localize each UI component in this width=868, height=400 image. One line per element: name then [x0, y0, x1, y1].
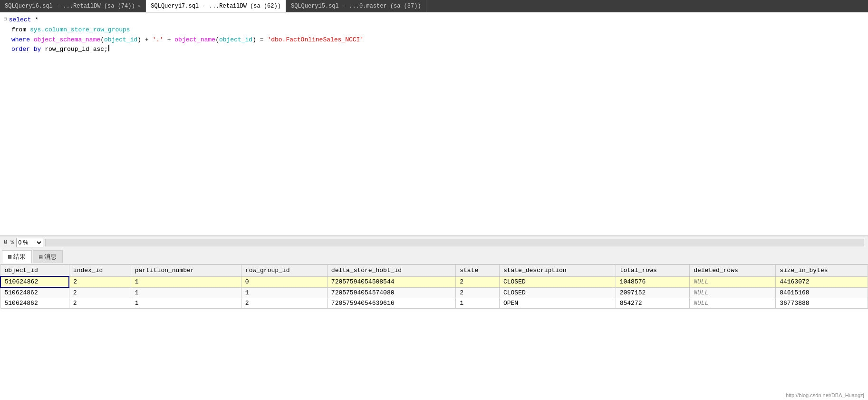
cell-object-id[interactable]: 510624862	[0, 298, 69, 309]
kw-paren1: (	[100, 35, 104, 45]
horizontal-scrollbar[interactable]	[45, 239, 864, 246]
indent-4	[4, 45, 10, 55]
table-row[interactable]: 510624862210720575940545085442CLOSED1048…	[0, 276, 868, 287]
cell-object-id[interactable]: 510624862	[0, 287, 69, 298]
zoom-select[interactable]: 0 % 25 % 50 % 75 % 100 %	[16, 238, 43, 247]
tab-query16-label: SQLQuery16.sql - ...RetailDW (sa (74))	[5, 3, 135, 10]
tab-query17-label: SQLQuery17.sql - ...RetailDW (sa (62))	[151, 3, 281, 10]
kw-objid2: object_id	[219, 35, 252, 45]
kw-table: sys.column_store_row_groups	[30, 25, 130, 35]
kw-eq: ) =	[252, 35, 267, 45]
col-header-delta-store-hobt-id: delta_store_hobt_id	[327, 265, 455, 277]
col-header-deleted-rows: deleted_rows	[690, 265, 776, 277]
cell-state-description[interactable]: CLOSED	[499, 276, 616, 287]
col-header-state: state	[456, 265, 500, 277]
tab-query16-close[interactable]: ✕	[138, 3, 141, 9]
col-header-object-id: object_id	[0, 265, 69, 277]
kw-orderby: order by	[11, 45, 45, 55]
cell-state-description[interactable]: CLOSED	[499, 287, 616, 298]
cell-index-id[interactable]: 2	[69, 298, 131, 309]
kw-string-val: 'dbo.FactOnlineSales_NCCI'	[267, 35, 364, 45]
col-header-size-in-bytes: size_in_bytes	[776, 265, 868, 277]
kw-from: from	[11, 25, 30, 35]
results-label: 结果	[13, 253, 26, 261]
cell-state[interactable]: 1	[456, 298, 500, 309]
cell-total-rows[interactable]: 1048576	[616, 276, 689, 287]
table-row[interactable]: 510624862211720575940545740802CLOSED2097…	[0, 287, 868, 298]
kw-objid1: object_id	[104, 35, 137, 45]
indent-2	[4, 25, 10, 35]
kw-dot-str: '.'	[153, 35, 164, 45]
cell-delta-store-hobt-id[interactable]: 72057594054639616	[327, 298, 455, 309]
cell-size-in-bytes[interactable]: 44163072	[776, 276, 868, 287]
cell-partition-number[interactable]: 1	[131, 287, 241, 298]
code-line-3: where object_schema_name ( object_id ) +…	[4, 35, 864, 45]
cell-deleted-rows[interactable]: NULL	[690, 276, 776, 287]
cell-partition-number[interactable]: 1	[131, 276, 241, 287]
tab-query16[interactable]: SQLQuery16.sql - ...RetailDW (sa (74)) ✕	[0, 0, 146, 12]
tab-messages[interactable]: ▤ 消息	[33, 250, 63, 263]
tab-bar: SQLQuery16.sql - ...RetailDW (sa (74)) ✕…	[0, 0, 868, 12]
kw-star: *	[35, 15, 39, 25]
messages-icon: ▤	[39, 254, 42, 261]
cell-delta-store-hobt-id[interactable]: 72057594054508544	[327, 276, 455, 287]
cell-size-in-bytes[interactable]: 84615168	[776, 287, 868, 298]
cell-deleted-rows[interactable]: NULL	[690, 298, 776, 309]
editor-area[interactable]: ⊟ select * from sys.column_store_row_gro…	[0, 12, 868, 236]
kw-plus1: ) +	[137, 35, 152, 45]
collapse-btn-1[interactable]: ⊟	[4, 15, 7, 25]
cell-deleted-rows[interactable]: NULL	[690, 287, 776, 298]
kw-where: where	[11, 35, 34, 45]
messages-label: 消息	[44, 253, 57, 261]
cell-state[interactable]: 2	[456, 276, 500, 287]
indent-3	[4, 35, 10, 45]
cell-index-id[interactable]: 2	[69, 276, 131, 287]
col-header-total-rows: total_rows	[616, 265, 689, 277]
kw-orderby-col: row_group_id asc	[45, 45, 104, 55]
results-table: object_id index_id partition_number row_…	[0, 264, 868, 309]
watermark: http://blog.csdn.net/DBA_Huangzj	[786, 392, 864, 398]
cursor	[108, 45, 109, 51]
code-line-2: from sys.column_store_row_groups	[4, 25, 864, 35]
cell-state-description[interactable]: OPEN	[499, 298, 616, 309]
cell-total-rows[interactable]: 854272	[616, 298, 689, 309]
col-header-state-description: state_description	[499, 265, 616, 277]
col-header-partition-number: partition_number	[131, 265, 241, 277]
cell-index-id[interactable]: 2	[69, 287, 131, 298]
tab-query15[interactable]: SQLQuery15.sql - ...0.master (sa (37))	[286, 0, 426, 12]
cell-state[interactable]: 2	[456, 287, 500, 298]
kw-paren2: (	[215, 35, 219, 45]
tab-query17[interactable]: SQLQuery17.sql - ...RetailDW (sa (62))	[146, 0, 286, 12]
kw-plus2: +	[164, 35, 174, 45]
results-icon: ▦	[8, 253, 11, 260]
code-line-1: ⊟ select *	[4, 15, 864, 25]
cell-row-group-id[interactable]: 0	[241, 276, 327, 287]
kw-func1: object_schema_name	[34, 35, 100, 45]
kw-func2: object_name	[174, 35, 215, 45]
kw-semicolon: ;	[104, 45, 108, 55]
cell-row-group-id[interactable]: 1	[241, 287, 327, 298]
results-tabs: ▦ 结果 ▤ 消息	[0, 249, 868, 264]
cell-total-rows[interactable]: 2097152	[616, 287, 689, 298]
status-bar: 0 % 0 % 25 % 50 % 75 % 100 %	[0, 236, 868, 249]
tab-query15-label: SQLQuery15.sql - ...0.master (sa (37))	[291, 3, 421, 10]
main-content: ⊟ select * from sys.column_store_row_gro…	[0, 12, 868, 400]
cell-row-group-id[interactable]: 2	[241, 298, 327, 309]
results-area[interactable]: object_id index_id partition_number row_…	[0, 264, 868, 400]
bottom-section: ▦ 结果 ▤ 消息 object_id index_id partition_n…	[0, 249, 868, 400]
col-header-row-group-id: row_group_id	[241, 265, 327, 277]
cell-delta-store-hobt-id[interactable]: 72057594054574080	[327, 287, 455, 298]
cell-partition-number[interactable]: 1	[131, 298, 241, 309]
cell-object-id[interactable]: 510624862	[0, 276, 69, 287]
zoom-label: 0 %	[4, 239, 14, 246]
cell-size-in-bytes[interactable]: 36773888	[776, 298, 868, 309]
table-row[interactable]: 510624862212720575940546396161OPEN854272…	[0, 298, 868, 309]
tab-results[interactable]: ▦ 结果	[2, 250, 32, 263]
kw-select: select	[9, 15, 35, 25]
code-line-4: order by row_group_id asc ;	[4, 45, 864, 55]
col-header-index-id: index_id	[69, 265, 131, 277]
table-header-row: object_id index_id partition_number row_…	[0, 265, 868, 277]
